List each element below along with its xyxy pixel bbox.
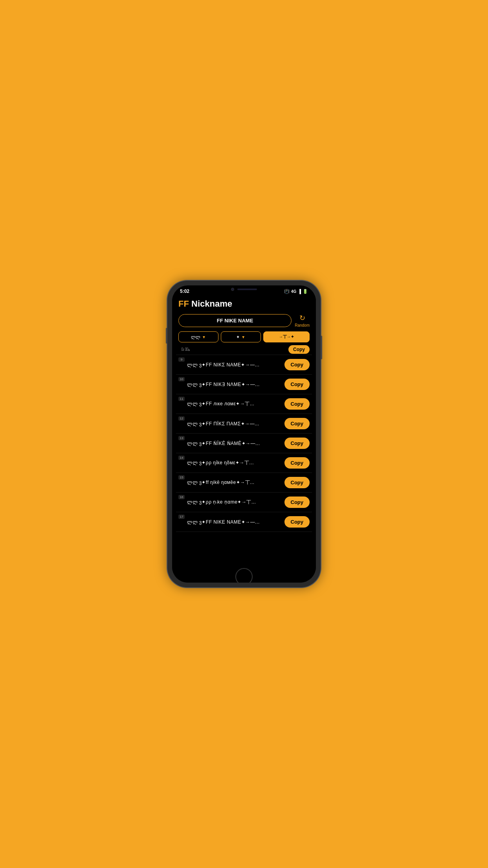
filter-label-1: ლლ xyxy=(191,335,200,340)
app-title-text: Nickname xyxy=(189,299,232,309)
status-icons: 📳 4G ▐ 🔋 xyxy=(284,289,308,294)
item-number: 16 xyxy=(178,495,185,499)
list-item: 14 ლლ ვ✦ρρ ηίke ηδмε✦→丅... Copy xyxy=(176,453,312,473)
item-number: 14 xyxy=(178,456,185,460)
item-text: ლლ ვ✦FF NIKΣ NAME✦→—... xyxy=(178,362,284,368)
item-number: 11 xyxy=(178,397,185,401)
partial-item-text: ﹌ᵢ ᵢ᷊ₛ xyxy=(178,347,190,352)
item-text: ლლ ვ✦ff ηikē ηαмēe✦→丅... xyxy=(178,479,284,486)
item-number: 12 xyxy=(178,416,185,421)
list-item: 16 ლლ ვ✦ρρ ṇᵢke ṇαme✦→丅... Copy xyxy=(176,493,312,512)
partial-copy-button[interactable]: Copy xyxy=(288,345,310,354)
list-item: 15 ლლ ვ✦ff ηikē ηαмēe✦→丅... Copy xyxy=(176,473,312,493)
item-text: ლლ ვ✦FF ṄĪKĔ ṄAMĔ✦→—... xyxy=(178,441,284,446)
filter-btn-2[interactable]: ✦ ▼ xyxy=(221,331,261,342)
item-text: ლლ ვ✦FF NIKE NAME✦→—... xyxy=(178,519,284,525)
item-number: 9 xyxy=(178,357,185,362)
notch xyxy=(216,285,272,293)
copy-button[interactable]: Copy xyxy=(284,379,310,390)
app-content: FF Nickname FF NIKE NAME ↻ Random ლლ ▼ ✦ xyxy=(172,296,316,583)
item-text: ლლ ვ✦ρρ ṇᵢke ṇαme✦→丅... xyxy=(178,499,284,506)
app-title: FF Nickname xyxy=(178,299,310,309)
status-time: 5:02 xyxy=(180,289,189,294)
list-item: 10 ლლ ვ✦FF NIKƎ NΛME✦→—... Copy xyxy=(176,375,312,394)
random-label: Random xyxy=(295,323,310,327)
item-number: 17 xyxy=(178,515,185,519)
search-row: FF NIKE NAME ↻ Random xyxy=(172,311,316,330)
app-header: FF Nickname xyxy=(172,296,316,311)
random-icon: ↻ xyxy=(299,314,305,322)
chevron-icon-2: ▼ xyxy=(241,335,245,339)
copy-button[interactable]: Copy xyxy=(284,457,310,469)
battery-icon: 🔋 xyxy=(303,289,308,294)
item-number: 15 xyxy=(178,475,185,480)
network-icon: 4G xyxy=(291,289,296,294)
copy-button[interactable]: Copy xyxy=(284,359,310,370)
filter-btn-1[interactable]: ლლ ▼ xyxy=(178,331,218,342)
name-list: ﹌ᵢ ᵢ᷊ₛ Copy 9 ლლ ვ✦FF NIKΣ NAME✦→—... Co… xyxy=(172,344,316,571)
list-item: 9 ლლ ვ✦FF NIKΣ NAME✦→—... Copy xyxy=(176,355,312,375)
copy-button[interactable]: Copy xyxy=(284,398,310,410)
copy-button[interactable]: Copy xyxy=(284,438,310,449)
filter-btn-3[interactable]: →丅→✦ xyxy=(263,331,310,342)
list-item: 13 ლლ ვ✦FF ṄĪKĔ ṄAMĔ✦→—... Copy xyxy=(176,434,312,453)
item-text: ლლ ვ✦ρρ ηίke ηδмε✦→丅... xyxy=(178,460,284,466)
item-number: 10 xyxy=(178,377,185,381)
copy-button[interactable]: Copy xyxy=(284,497,310,508)
filter-label-2: ✦ xyxy=(236,335,240,340)
item-text: ლლ ვ✦FF лιке лαмε✦→丅... xyxy=(178,401,284,407)
filter-label-3: →丅→✦ xyxy=(279,334,294,340)
random-button[interactable]: ↻ Random xyxy=(295,314,310,327)
list-item: 11 ლლ ვ✦FF лιке лαмε✦→丅... Copy xyxy=(176,394,312,414)
signal-icon: ▐ xyxy=(298,289,301,294)
item-number: 13 xyxy=(178,436,185,440)
copy-button[interactable]: Copy xyxy=(284,516,310,528)
home-indicator[interactable] xyxy=(172,571,316,583)
list-item-partial: ﹌ᵢ ᵢ᷊ₛ Copy xyxy=(176,344,312,355)
home-button[interactable] xyxy=(235,568,253,583)
vibrate-icon: 📳 xyxy=(284,289,290,294)
list-item: 17 ლლ ვ✦FF NIKE NAME✦→—... Copy xyxy=(176,512,312,532)
copy-button[interactable]: Copy xyxy=(284,477,310,488)
list-item: 12 ლლ ვ✦FF ΠĪKΣ ΠAMΣ✦→—... Copy xyxy=(176,414,312,434)
copy-button[interactable]: Copy xyxy=(284,418,310,429)
phone-frame: 5:02 📳 4G ▐ 🔋 FF Nickname FF NIKE NAME ↻ xyxy=(167,281,321,587)
camera xyxy=(231,288,234,291)
filter-row: ლლ ▼ ✦ ▼ →丅→✦ xyxy=(172,330,316,344)
phone-screen: 5:02 📳 4G ▐ 🔋 FF Nickname FF NIKE NAME ↻ xyxy=(172,285,316,583)
search-input[interactable]: FF NIKE NAME xyxy=(178,314,292,327)
ff-label: FF xyxy=(178,299,189,309)
chevron-icon-1: ▼ xyxy=(202,335,206,339)
speaker xyxy=(237,289,257,290)
item-text: ლლ ვ✦FF ΠĪKΣ ΠAMΣ✦→—... xyxy=(178,421,284,427)
item-text: ლლ ვ✦FF NIKƎ NΛME✦→—... xyxy=(178,382,284,387)
